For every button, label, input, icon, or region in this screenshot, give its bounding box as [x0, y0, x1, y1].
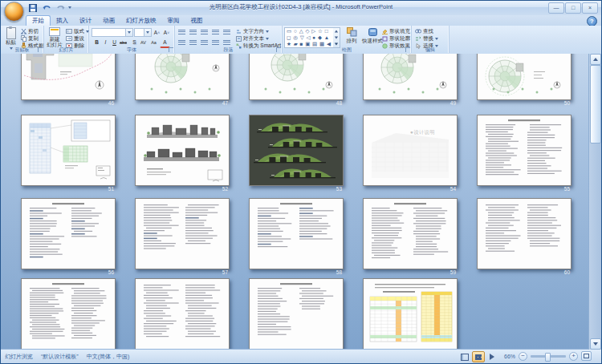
- slide-thumbnail-48[interactable]: [249, 54, 344, 100]
- columns-icon[interactable]: [223, 40, 230, 46]
- increase-indent-icon[interactable]: [212, 30, 219, 35]
- justify-icon[interactable]: [212, 40, 219, 46]
- font-name-dropdown[interactable]: [125, 29, 132, 36]
- align-right-icon[interactable]: [201, 40, 208, 46]
- slide-thumbnail-63[interactable]: [249, 278, 344, 350]
- change-case-button[interactable]: Aa: [148, 38, 159, 47]
- tab-6[interactable]: 视图: [185, 15, 209, 26]
- slide-thumbnail-60[interactable]: [477, 198, 571, 269]
- slide-thumbnail-50[interactable]: [477, 54, 571, 100]
- zoom-in-button[interactable]: +: [569, 352, 578, 361]
- font-size-dropdown[interactable]: [144, 29, 151, 36]
- ribbon-home: 粘贴 剪切 复制 格式刷 剪贴板 新建 幻灯片: [1, 26, 601, 55]
- line-spacing-icon[interactable]: [223, 30, 230, 35]
- scissors-icon: [21, 29, 26, 34]
- text-direction-button[interactable]: 文字方向: [236, 28, 269, 34]
- slideshow-view-button[interactable]: [486, 351, 498, 362]
- office-button[interactable]: [4, 2, 24, 22]
- decrease-indent-icon[interactable]: [201, 30, 208, 35]
- quick-styles-button[interactable]: 快速样式: [361, 27, 384, 43]
- slide-thumbnail-52[interactable]: [135, 115, 230, 186]
- slide-thumbnail-55[interactable]: [477, 115, 571, 186]
- slide-sorter-canvas[interactable]: 4647484950515253●设计说明5455565758596061626…: [1, 54, 601, 350]
- tab-2[interactable]: 设计: [74, 15, 97, 26]
- paragraph-group-label: 段落: [175, 47, 282, 53]
- shrink-font-button[interactable]: A˅: [161, 28, 172, 38]
- fit-to-window-button[interactable]: [581, 351, 592, 361]
- replace-button[interactable]: 替换: [415, 35, 438, 42]
- character-spacing-button[interactable]: AV: [138, 38, 148, 47]
- font-name-combo[interactable]: [92, 28, 133, 37]
- new-slide-label-2: 幻灯片: [45, 42, 64, 47]
- layout-button[interactable]: 版式: [66, 28, 89, 34]
- slide-thumbnail-56[interactable]: [21, 198, 116, 269]
- scroll-down-button[interactable]: [590, 338, 601, 350]
- close-button[interactable]: ×: [582, 2, 598, 14]
- language-text: 中文(简体，中国): [87, 353, 130, 361]
- ribbon-group-font: A˄ A˅ B I U abc S AV Aa A 字体: [89, 26, 175, 53]
- reset-icon: [66, 36, 72, 41]
- view-mode-text: 幻灯片浏览: [5, 353, 33, 361]
- clipboard-dialog-launcher[interactable]: [38, 47, 43, 52]
- tab-3[interactable]: 动画: [97, 15, 120, 26]
- strikethrough-button[interactable]: abc: [118, 38, 128, 47]
- shapes-gallery[interactable]: ▭ ○ △ ◇ ▷ ☆ □ ◻ ◎ ▽ ◁ ● ◆ ▲ ★ ▰ ■ ▣ ▤ ▦ …: [284, 27, 336, 48]
- slide-thumbnail-59[interactable]: [363, 198, 458, 269]
- shape-fill-button[interactable]: 形状填充: [382, 28, 415, 34]
- arrange-button[interactable]: 排列: [342, 27, 361, 43]
- ribbon-group-editing: 查找 替换 选择 编辑: [412, 26, 449, 53]
- align-left-icon[interactable]: [178, 40, 185, 46]
- slide-number-52: 52: [135, 186, 229, 192]
- slide-number-47: 47: [135, 100, 229, 106]
- minimize-button[interactable]: —: [548, 2, 564, 14]
- align-text-button[interactable]: 对齐文本: [236, 35, 269, 42]
- slide-thumbnail-51[interactable]: [21, 115, 116, 186]
- shapes-more-icon: [335, 43, 338, 46]
- scroll-up-button[interactable]: [590, 54, 601, 65]
- slide-thumbnail-image: [136, 115, 229, 185]
- align-center-icon[interactable]: [189, 40, 197, 46]
- slide-thumbnail-46[interactable]: [21, 54, 116, 100]
- find-button[interactable]: 查找: [415, 28, 433, 34]
- slide-thumbnail-64[interactable]: [363, 278, 458, 350]
- maximize-button[interactable]: □: [565, 2, 581, 14]
- copy-button[interactable]: 复制: [21, 35, 39, 42]
- slide-thumbnail-57[interactable]: [135, 198, 230, 269]
- font-size-combo[interactable]: [134, 28, 152, 37]
- tab-1[interactable]: 插入: [51, 15, 74, 26]
- slide-sorter-view-icon: [475, 354, 482, 360]
- slide-thumbnail-54[interactable]: ●设计说明: [363, 115, 458, 186]
- bullets-icon[interactable]: [178, 30, 185, 35]
- shape-outline-button[interactable]: 形状轮廓: [382, 35, 415, 42]
- shapes-gallery-scroll[interactable]: [333, 27, 340, 48]
- slide-thumbnail-58[interactable]: [249, 198, 344, 269]
- scrollbar-thumb[interactable]: [590, 65, 601, 144]
- slide-thumbnail-image: [364, 54, 457, 99]
- zoom-slider-thumb[interactable]: [545, 353, 551, 362]
- tab-4[interactable]: 幻灯片放映: [120, 15, 162, 26]
- reset-button[interactable]: 重设: [66, 35, 84, 42]
- ribbon-tabs: 开始插入设计动画幻灯片放映审阅视图: [26, 15, 209, 26]
- font-dialog-launcher[interactable]: [169, 47, 173, 52]
- slide-thumbnail-49[interactable]: [363, 54, 458, 100]
- slide-thumbnail-61[interactable]: [21, 278, 116, 350]
- slide-thumbnail-47[interactable]: [135, 54, 230, 100]
- numbering-icon[interactable]: [189, 30, 197, 35]
- scroll-up-icon: [593, 58, 598, 61]
- slide-thumbnail-62[interactable]: [135, 278, 230, 350]
- tab-0[interactable]: 开始: [26, 15, 51, 26]
- scroll-down-icon: [593, 342, 598, 346]
- paragraph-dialog-launcher[interactable]: [276, 47, 281, 52]
- slide-sorter-view-button[interactable]: [472, 351, 485, 362]
- text-direction-icon: [236, 29, 242, 34]
- slide-thumbnail-image: [364, 199, 457, 269]
- new-slide-button[interactable]: 新建 幻灯片: [45, 27, 64, 47]
- slide-thumbnail-53[interactable]: [249, 115, 344, 186]
- drawing-dialog-launcher[interactable]: [405, 47, 410, 52]
- zoom-slider[interactable]: [531, 355, 566, 358]
- tab-5[interactable]: 审阅: [162, 15, 185, 26]
- normal-view-button[interactable]: [458, 351, 471, 362]
- zoom-out-button[interactable]: −: [519, 352, 527, 361]
- vertical-scrollbar[interactable]: [588, 54, 601, 350]
- cut-button[interactable]: 剪切: [21, 28, 39, 34]
